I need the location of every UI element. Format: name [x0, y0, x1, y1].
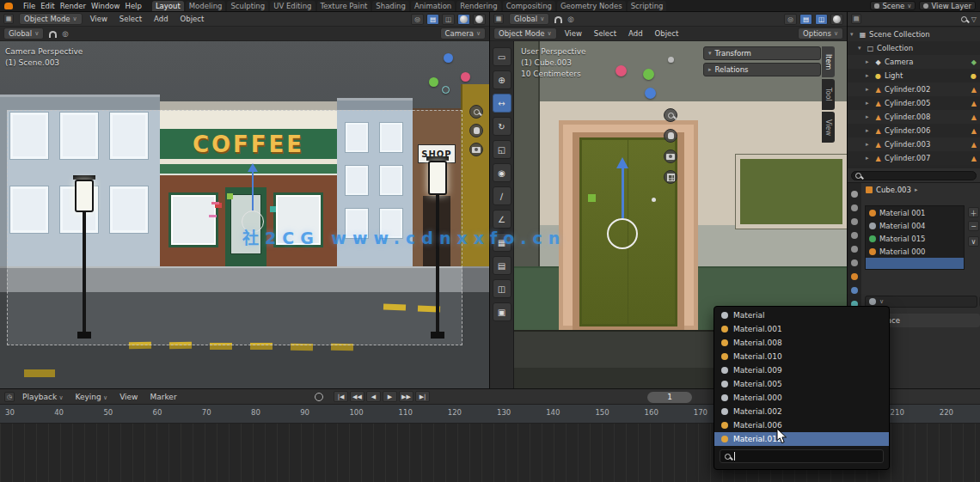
outliner-row-cylinder-003[interactable]: ▸▲Cylinder.003▲ — [848, 137, 980, 151]
mode-dropdown-right[interactable]: Object Mode∨ — [493, 27, 557, 40]
workspace-tab-animation[interactable]: Animation — [411, 1, 455, 11]
expand-arrow-icon[interactable]: ▸ — [866, 127, 872, 134]
camera-dropdown[interactable]: Camera∨ — [440, 27, 486, 40]
workspace-tab-shading[interactable]: Shading — [372, 1, 409, 11]
options-dropdown[interactable]: Options∨ — [798, 27, 843, 40]
vp-left-menu-object[interactable]: Object — [178, 15, 207, 23]
move-view-icon[interactable] — [664, 129, 677, 143]
overlays-toggle[interactable]: ▤ — [426, 14, 439, 25]
expand-arrow-icon[interactable]: ▸ — [866, 58, 872, 65]
material-slot-3[interactable]: Material 015 — [866, 232, 964, 245]
material-option-material-012[interactable]: Material.012 — [714, 432, 889, 446]
move-gizmo-center-circle[interactable] — [607, 218, 638, 249]
tool-measure-button[interactable]: ∠ — [493, 210, 511, 229]
vp-left-menu-add[interactable]: Add — [151, 15, 170, 23]
proportional-edit-icon[interactable]: ◎ — [567, 15, 573, 23]
tool-add-cube-button[interactable]: ▦ — [493, 233, 511, 252]
outliner-row-cylinder-002[interactable]: ▸▲Cylinder.002▲ — [848, 82, 980, 96]
expand-arrow-icon[interactable]: ▸ — [866, 155, 872, 162]
tool-cursor-button[interactable]: ⊕ — [493, 70, 511, 89]
tool-annotate-button[interactable]: ∕ — [493, 186, 511, 205]
xray-toggle[interactable]: ◫ — [815, 14, 828, 25]
topbar-menu-edit[interactable]: Edit — [38, 2, 57, 10]
outliner-row-cylinder-006[interactable]: ▸▲Cylinder.006▲ — [848, 124, 980, 137]
tool-add-sphere-button[interactable]: ◫ — [493, 279, 511, 298]
vp-right-menu-object[interactable]: Object — [652, 29, 682, 38]
timeline-menu-marker[interactable]: Marker — [147, 393, 179, 401]
expand-arrow-icon[interactable]: ▸ — [866, 72, 872, 79]
shading-rendered-button[interactable] — [473, 14, 486, 25]
workspace-tab-rendering[interactable]: Rendering — [456, 1, 500, 11]
material-option-material-005[interactable]: Material.005 — [714, 377, 889, 391]
popup-search-input[interactable] — [720, 449, 884, 463]
mode-dropdown-left[interactable]: Object Mode∨ — [19, 13, 83, 25]
material-slot-1[interactable]: Material 001 — [866, 206, 964, 219]
camera-frame-border[interactable] — [7, 110, 462, 345]
outliner-row-camera[interactable]: ▸◆Camera◆ — [848, 55, 980, 69]
relations-panel-header[interactable]: ▸Relations — [703, 63, 821, 76]
current-frame-field[interactable]: 1 — [647, 392, 692, 403]
axis-gizmo-negative[interactable] — [442, 86, 450, 94]
expand-arrow-icon[interactable]: ▸ — [866, 100, 872, 107]
snap-magnet-icon[interactable] — [554, 16, 562, 23]
orientation-dropdown-right[interactable]: Global∨ — [509, 13, 549, 25]
material-slot-4[interactable]: Material 000 — [866, 245, 964, 258]
properties-tab-render[interactable] — [848, 202, 861, 213]
tool-add-cone-button[interactable]: ▣ — [493, 302, 511, 321]
workspace-tab-geometry-nodes[interactable]: Geometry Nodes — [557, 1, 626, 11]
outliner-row-cylinder-007[interactable]: ▸▲Cylinder.007▲ — [848, 151, 980, 165]
auto-keying-toggle[interactable] — [315, 393, 323, 401]
workspace-tab-compositing[interactable]: Compositing — [503, 1, 555, 11]
transport-play-button[interactable]: ▶ — [383, 391, 397, 402]
remove-slot-button[interactable]: − — [968, 221, 979, 231]
blender-logo-icon[interactable] — [4, 3, 13, 9]
axis-gizmo-negative[interactable] — [668, 57, 674, 63]
axis-gizmo-x[interactable] — [616, 65, 627, 76]
vp-right-menu-add[interactable]: Add — [626, 29, 645, 38]
expand-arrow-icon[interactable]: ▸ — [866, 113, 872, 120]
expand-arrow-icon[interactable]: ▾ — [858, 45, 864, 52]
transform-panel-header[interactable]: ▾Transform — [703, 46, 821, 60]
transport-jump-start-button[interactable]: |◀ — [334, 391, 348, 402]
transport-jump-end-button[interactable]: ▶| — [415, 391, 430, 402]
properties-tab-view-layer[interactable] — [848, 229, 861, 241]
material-option-material-009[interactable]: Material.009 — [714, 363, 889, 377]
material-slot-2[interactable]: Material 004 — [866, 219, 964, 232]
material-option-material-002[interactable]: Material.002 — [714, 405, 889, 418]
search-icon[interactable] — [961, 16, 967, 22]
slot-specials-button[interactable]: ∨ — [968, 236, 979, 247]
axis-gizmo-y[interactable] — [429, 77, 438, 87]
outliner-row-collection[interactable]: ▾□Collection — [848, 41, 980, 55]
view-layer-selector[interactable]: View Layer — [919, 1, 976, 10]
material-option-material-000[interactable]: Material.000 — [714, 391, 889, 405]
tool-move-button[interactable]: ↔ — [493, 94, 511, 113]
move-gizmo-y-handle[interactable] — [588, 194, 596, 202]
outliner-row-scene-collection[interactable]: ▾▦Scene Collection — [848, 27, 980, 41]
material-option-material-006[interactable]: Material.006 — [714, 418, 889, 432]
add-slot-button[interactable]: ＋ — [968, 207, 979, 217]
outliner-row-cylinder-005[interactable]: ▸▲Cylinder.005▲ — [848, 96, 980, 110]
orientation-dropdown-left[interactable]: Global∨ — [3, 27, 44, 40]
properties-tab-tool[interactable] — [848, 188, 861, 199]
vp-right-menu-select[interactable]: Select — [591, 29, 619, 38]
workspace-tab-scripting[interactable]: Scripting — [628, 1, 667, 11]
filter-icon[interactable]: ▽ — [971, 15, 977, 23]
move-gizmo-x-handle[interactable] — [652, 198, 656, 202]
npanel-tab-tool[interactable]: Tool — [822, 79, 835, 110]
material-option-material-010[interactable]: Material.010 — [714, 350, 889, 363]
gizmo-toggle[interactable]: ◎ — [784, 14, 797, 25]
scene-selector[interactable]: Scene∨ — [870, 1, 916, 10]
timeline-editor-icon[interactable]: ◷ — [4, 392, 15, 402]
transport-play-reverse-button[interactable]: ◀ — [366, 391, 381, 402]
expand-arrow-icon[interactable]: ▸ — [866, 141, 872, 148]
timeline-menu-keying[interactable]: Keying ∨ — [73, 393, 111, 401]
workspace-tab-uv-editing[interactable]: UV Editing — [270, 1, 315, 11]
shading-solid-button[interactable] — [457, 14, 470, 25]
grid-toggle-icon[interactable] — [664, 170, 677, 184]
snap-magnet-icon[interactable] — [49, 31, 57, 38]
tool-select-box-button[interactable]: ▭ — [493, 47, 511, 66]
move-gizmo-z-arrowhead[interactable] — [616, 157, 628, 168]
topbar-menu-file[interactable]: File — [21, 2, 38, 10]
xray-toggle[interactable]: ◫ — [442, 14, 455, 25]
properties-tab-object[interactable] — [848, 271, 861, 282]
